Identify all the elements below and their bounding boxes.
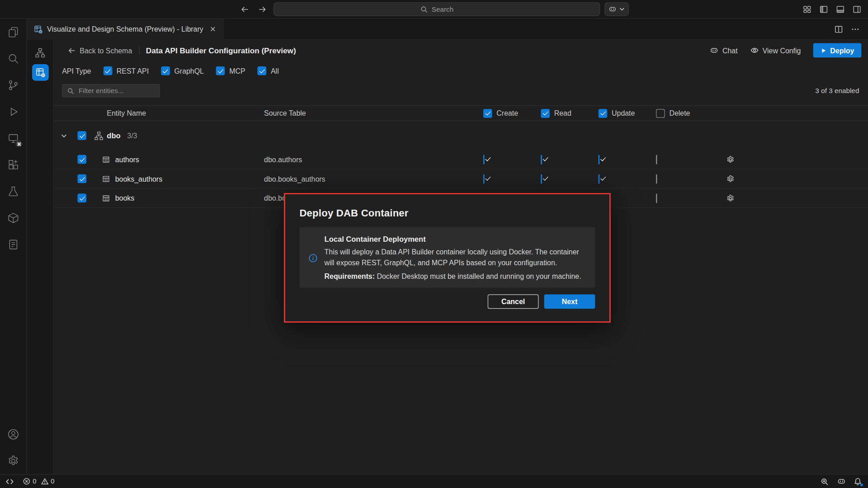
api-type-label: API Type xyxy=(62,67,91,75)
split-editor-icon[interactable] xyxy=(834,24,844,34)
chat-button[interactable]: Chat xyxy=(710,46,738,55)
enabled-summary: 3 of 3 enabled xyxy=(815,87,859,94)
error-icon xyxy=(23,478,30,485)
entity-settings-gear-icon[interactable] xyxy=(713,194,746,202)
copilot-chat-icon xyxy=(710,46,719,55)
delete-checkbox[interactable] xyxy=(656,174,657,183)
customize-layout-icon[interactable] xyxy=(802,4,812,14)
graphql-label: GraphQL xyxy=(174,67,203,75)
entities-table: Entity Name Source Table Create Read xyxy=(54,105,868,208)
deploy-dab-dialog: Deploy DAB Container Local Container Dep… xyxy=(284,193,610,323)
next-button[interactable]: Next xyxy=(544,294,595,309)
row-checkbox[interactable] xyxy=(77,155,86,164)
settings-gear-icon[interactable] xyxy=(0,448,27,474)
account-icon[interactable] xyxy=(0,421,27,448)
schema-visualizer-icon[interactable] xyxy=(32,44,48,61)
delete-checkbox[interactable] xyxy=(656,193,657,203)
search-placeholder: Search xyxy=(432,5,454,13)
col-create: Create xyxy=(483,109,541,118)
update-all-checkbox[interactable] xyxy=(599,109,608,118)
toggle-secondary-sidebar-icon[interactable] xyxy=(851,4,862,14)
zoom-status-icon[interactable] xyxy=(820,477,829,486)
rest-api-checkbox[interactable] xyxy=(103,66,112,75)
back-to-schema-link[interactable]: Back to Schema xyxy=(67,46,132,54)
requirements-text: Docker Desktop must be installed and run… xyxy=(375,272,581,280)
read-all-checkbox[interactable] xyxy=(541,109,550,118)
group-count: 3/3 xyxy=(127,131,137,140)
graphql-checkbox[interactable] xyxy=(161,66,170,75)
entity-settings-gear-icon[interactable] xyxy=(713,155,746,163)
delete-all-checkbox[interactable] xyxy=(656,109,665,118)
toggle-primary-sidebar-icon[interactable] xyxy=(818,4,829,14)
all-label: All xyxy=(271,67,279,75)
problems-indicator[interactable]: 0 0 xyxy=(23,478,54,485)
remote-indicator-icon[interactable] xyxy=(5,477,14,485)
warning-icon xyxy=(41,478,48,485)
api-type-rest[interactable]: REST API xyxy=(103,66,149,75)
explorer-icon[interactable] xyxy=(0,19,27,46)
play-icon xyxy=(820,47,826,53)
extensions-icon[interactable] xyxy=(0,152,27,178)
more-actions-icon[interactable] xyxy=(850,24,860,34)
info-icon xyxy=(308,236,318,280)
cancel-button[interactable]: Cancel xyxy=(488,294,539,309)
col-source-table: Source Table xyxy=(264,109,483,117)
command-center-search[interactable]: Search xyxy=(274,2,600,16)
notifications-bell-icon[interactable] xyxy=(853,477,863,486)
copilot-menu-button[interactable] xyxy=(604,2,629,16)
containers-package-icon[interactable] xyxy=(0,205,27,231)
warning-count: 0 xyxy=(51,478,54,485)
create-checkbox[interactable] xyxy=(483,174,484,183)
table-icon xyxy=(98,155,114,163)
view-config-button[interactable]: View Config xyxy=(750,46,801,55)
entity-row-books-authors[interactable]: books_authors dbo.books_authors xyxy=(54,169,868,189)
filter-search-icon xyxy=(67,87,74,94)
row-checkbox[interactable] xyxy=(77,194,86,203)
read-checkbox[interactable] xyxy=(541,155,542,164)
group-name: dbo xyxy=(107,131,120,140)
designer-view-strip xyxy=(27,40,54,474)
history-forward-icon[interactable] xyxy=(256,3,269,16)
chevron-down-icon[interactable] xyxy=(54,132,74,139)
chevron-down-icon xyxy=(619,6,625,12)
api-type-graphql[interactable]: GraphQL xyxy=(161,66,204,75)
all-checkbox[interactable] xyxy=(258,66,267,75)
table-icon xyxy=(98,194,114,202)
notebook-report-icon[interactable] xyxy=(0,231,27,258)
database-connections-icon[interactable] xyxy=(0,125,27,152)
entity-name: authors xyxy=(107,155,264,163)
schema-group-row[interactable]: dbo 3/3 xyxy=(54,121,868,150)
group-checkbox[interactable] xyxy=(77,131,86,140)
vscode-window: Search xyxy=(0,0,868,488)
testing-beaker-icon[interactable] xyxy=(0,178,27,205)
filter-entities-input[interactable] xyxy=(77,86,155,95)
source-table: dbo.books_authors xyxy=(264,174,483,183)
view-config-icon xyxy=(750,46,759,55)
read-checkbox[interactable] xyxy=(541,174,542,183)
entity-row-authors[interactable]: authors dbo.authors xyxy=(54,150,868,169)
history-back-icon[interactable] xyxy=(238,3,251,16)
deploy-button[interactable]: Deploy xyxy=(813,43,861,58)
api-type-all[interactable]: All xyxy=(258,66,279,75)
search-sidebar-icon[interactable] xyxy=(0,45,27,72)
notification-dot xyxy=(860,483,863,486)
dab-configuration-icon[interactable] xyxy=(32,64,48,81)
create-all-checkbox[interactable] xyxy=(483,109,492,118)
delete-checkbox[interactable] xyxy=(656,155,657,164)
editor-tab[interactable]: Visualize and Design Schema (Preview) - … xyxy=(27,19,224,40)
update-checkbox[interactable] xyxy=(599,155,599,164)
tab-close-icon[interactable] xyxy=(208,24,218,34)
entity-settings-gear-icon[interactable] xyxy=(713,174,746,183)
create-checkbox[interactable] xyxy=(483,155,484,164)
toggle-panel-icon[interactable] xyxy=(835,4,846,14)
update-checkbox[interactable] xyxy=(599,174,599,183)
source-control-icon[interactable] xyxy=(0,72,27,99)
mcp-checkbox[interactable] xyxy=(216,66,225,75)
panel-toolbar: Back to Schema Data API Builder Configur… xyxy=(54,40,868,61)
api-type-mcp[interactable]: MCP xyxy=(216,66,245,75)
filter-entities-field[interactable] xyxy=(62,84,160,97)
run-debug-icon[interactable] xyxy=(0,99,27,125)
row-checkbox[interactable] xyxy=(77,174,86,183)
copilot-icon xyxy=(609,5,617,13)
copilot-status-icon[interactable] xyxy=(836,477,846,486)
